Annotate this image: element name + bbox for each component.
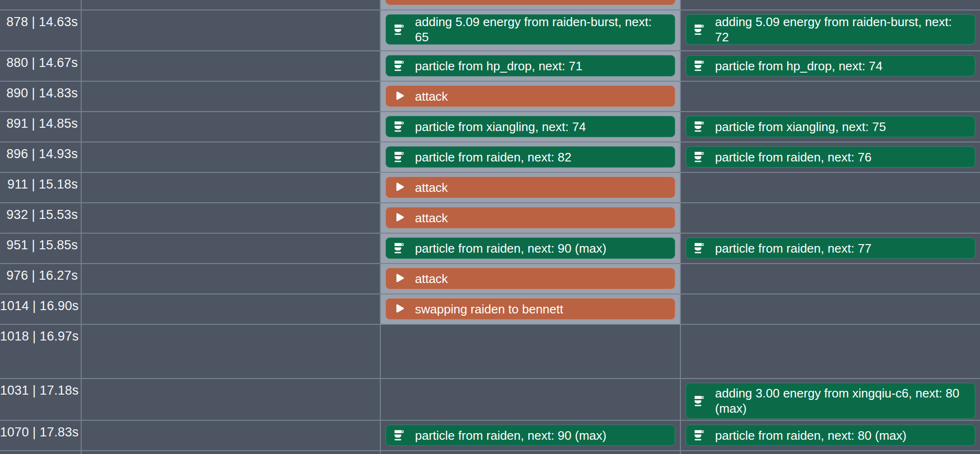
character-column-cell (82, 421, 381, 450)
character-column-cell (82, 325, 381, 378)
frame-timestamp: 878 | 14.63s (0, 10, 82, 50)
character-column-cell (681, 203, 980, 233)
energy-event-badge[interactable]: particle from hp_drop, next: 71 (386, 55, 675, 76)
active-character-column-cell: attack (381, 173, 681, 202)
play-icon (393, 90, 405, 103)
character-column-cell (82, 0, 381, 9)
mug-icon (393, 59, 405, 72)
event-label: adding 3.00 energy from xingqiu-c6, next… (715, 386, 968, 416)
timeline-row: 951 | 15.85s particle from raiden, next:… (0, 234, 980, 264)
character-column-cell (82, 451, 381, 454)
active-character-column-cell: adding 5.09 energy from raiden-burst, ne… (381, 10, 681, 50)
action-event-badge[interactable]: swapping raiden to bennett (386, 298, 675, 320)
frame-timestamp: 1018 | 16.97s (0, 325, 82, 378)
event-label: adding 5.09 energy from raiden-burst, ne… (715, 14, 968, 45)
action-event-badge[interactable] (386, 0, 675, 5)
timeline-row (0, 0, 980, 10)
character-column-cell (681, 0, 980, 9)
action-event-badge[interactable]: attack (386, 268, 675, 289)
action-event-badge[interactable]: attack (386, 207, 675, 228)
event-label: adding 5.09 energy from raiden-burst, ne… (415, 14, 668, 45)
energy-event-badge[interactable]: adding 5.09 energy from raiden-burst, ne… (386, 14, 675, 45)
energy-event-badge[interactable]: particle from raiden, next: 82 (386, 146, 675, 168)
timeline-row: 1070 | 17.83s particle from raiden, next… (0, 421, 980, 451)
character-column-cell: particle from raiden, next: 80 (max) (681, 421, 980, 450)
event-label: particle from raiden, next: 90 (max) (415, 241, 668, 256)
active-character-column-cell (381, 325, 681, 378)
mug-icon (393, 429, 405, 442)
play-icon (393, 303, 405, 315)
active-character-column-cell: attack (381, 264, 681, 293)
character-column-cell (82, 173, 381, 202)
timeline-row: 1018 | 16.97s (0, 325, 980, 379)
timeline-row: 911 | 15.18s attack (0, 173, 980, 203)
play-icon (393, 211, 405, 224)
event-label: particle from xiangling, next: 75 (715, 119, 968, 134)
energy-event-badge[interactable]: particle from raiden, next: 90 (max) (386, 237, 675, 259)
energy-event-badge[interactable]: particle from raiden, next: 76 (686, 146, 975, 168)
active-character-column-cell: particle from raiden, next: 90 (max) (381, 234, 681, 263)
timeline-row: 896 | 14.93s particle from raiden, next:… (0, 142, 980, 173)
character-column-cell (681, 451, 980, 454)
event-label: particle from raiden, next: 80 (max) (715, 428, 968, 443)
frame-timestamp: 891 | 14.85s (0, 112, 82, 142)
character-column-cell (82, 112, 381, 142)
energy-event-badge[interactable]: particle from hp_drop, next: 74 (686, 55, 975, 76)
character-column-cell: particle from hp_drop, next: 74 (681, 51, 980, 81)
active-character-column-cell (381, 451, 681, 454)
character-column-cell (82, 203, 381, 233)
energy-event-badge[interactable]: adding 5.09 energy from raiden-burst, ne… (686, 14, 975, 45)
mug-icon (393, 151, 405, 163)
character-column-cell (681, 294, 980, 324)
character-column-cell (681, 82, 980, 111)
active-character-column-cell: particle from xiangling, next: 74 (381, 112, 681, 142)
energy-event-badge[interactable]: particle from xiangling, next: 74 (386, 116, 675, 137)
character-column-cell: adding 5.09 energy from raiden-burst, ne… (681, 10, 980, 50)
play-icon (393, 272, 405, 285)
action-event-badge[interactable]: attack (386, 177, 675, 198)
character-column-cell: adding 3.00 energy from xingqiu-c6, next… (681, 379, 980, 420)
character-column-cell: particle from raiden, next: 77 (681, 234, 980, 263)
character-column-cell (82, 294, 381, 324)
event-label: attack (415, 180, 668, 195)
action-event-badge[interactable]: attack (386, 85, 675, 107)
timeline-row (0, 451, 980, 454)
frame-timestamp (0, 0, 82, 9)
event-label: attack (415, 271, 668, 286)
character-column-cell (82, 142, 381, 172)
event-label: attack (415, 89, 668, 104)
event-label: particle from raiden, next: 82 (415, 150, 668, 165)
frame-timestamp: 890 | 14.83s (0, 82, 82, 111)
play-icon (393, 181, 405, 194)
energy-event-badge[interactable]: particle from xiangling, next: 75 (686, 116, 975, 137)
energy-event-badge[interactable]: adding 3.00 energy from xingqiu-c6, next… (686, 383, 975, 419)
frame-timestamp: 896 | 14.93s (0, 142, 82, 172)
mug-icon (393, 242, 405, 255)
event-label: particle from raiden, next: 77 (715, 241, 968, 256)
event-label: particle from raiden, next: 90 (max) (415, 428, 668, 443)
frame-timestamp: 976 | 16.27s (0, 264, 82, 293)
event-label: attack (415, 210, 668, 226)
character-column-cell (82, 51, 381, 81)
mug-icon (693, 23, 706, 36)
character-column-cell (82, 379, 381, 420)
timeline-row: 891 | 14.85s particle from xiangling, ne… (0, 112, 980, 142)
mug-icon (393, 120, 405, 133)
frame-timestamp: 1070 | 17.83s (0, 421, 82, 450)
mug-icon (693, 59, 706, 72)
mug-icon (393, 23, 405, 36)
energy-event-badge[interactable]: particle from raiden, next: 77 (686, 237, 975, 259)
timeline-row: 976 | 16.27s attack (0, 264, 980, 294)
energy-event-badge[interactable]: particle from raiden, next: 80 (max) (686, 425, 975, 446)
timeline-row: 1014 | 16.90s swapping raiden to bennett (0, 294, 980, 325)
event-label: swapping raiden to bennett (415, 302, 668, 317)
mug-icon (693, 120, 706, 133)
energy-event-badge[interactable]: particle from raiden, next: 90 (max) (386, 425, 675, 446)
timeline-row: 932 | 15.53s attack (0, 203, 980, 234)
character-column-cell: particle from xiangling, next: 75 (681, 112, 980, 142)
character-column-cell (681, 264, 980, 293)
character-column-cell (82, 264, 381, 293)
active-character-column-cell: attack (381, 82, 681, 111)
active-character-column-cell: swapping raiden to bennett (381, 294, 681, 324)
event-label: particle from xiangling, next: 74 (415, 119, 668, 134)
